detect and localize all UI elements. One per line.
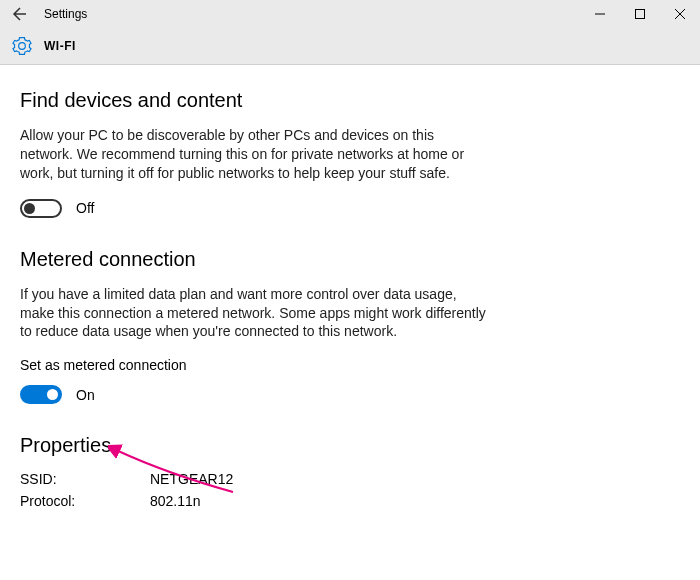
metered-toggle[interactable] xyxy=(20,385,62,404)
back-button[interactable] xyxy=(0,0,40,28)
property-key: SSID: xyxy=(20,471,150,487)
svg-rect-0 xyxy=(636,10,645,19)
metered-toggle-row: On xyxy=(20,385,680,404)
metered-toggle-label: On xyxy=(76,387,95,403)
property-value: NETGEAR12 xyxy=(150,471,680,487)
find-devices-toggle-label: Off xyxy=(76,200,94,216)
toggle-knob-icon xyxy=(47,389,58,400)
back-arrow-icon xyxy=(12,6,28,22)
headerbar: WI-FI xyxy=(0,28,700,64)
toggle-knob-icon xyxy=(24,203,35,214)
page-title: WI-FI xyxy=(44,39,76,53)
window-controls xyxy=(580,0,700,28)
property-row: SSID: NETGEAR12 xyxy=(20,471,680,487)
property-key: Protocol: xyxy=(20,493,150,509)
metered-desc: If you have a limited data plan and want… xyxy=(20,285,490,342)
window-title: Settings xyxy=(44,7,580,21)
titlebar: Settings xyxy=(0,0,700,28)
find-devices-heading: Find devices and content xyxy=(20,89,680,112)
section-find-devices: Find devices and content Allow your PC t… xyxy=(20,89,680,218)
find-devices-toggle[interactable] xyxy=(20,199,62,218)
minimize-button[interactable] xyxy=(580,0,620,28)
gear-icon xyxy=(12,36,32,56)
properties-heading: Properties xyxy=(20,434,680,457)
content: Find devices and content Allow your PC t… xyxy=(0,65,700,580)
metered-heading: Metered connection xyxy=(20,248,680,271)
property-value: 802.11n xyxy=(150,493,680,509)
find-devices-toggle-row: Off xyxy=(20,199,680,218)
section-properties: Properties SSID: NETGEAR12 Protocol: 802… xyxy=(20,434,680,509)
maximize-button[interactable] xyxy=(620,0,660,28)
minimize-icon xyxy=(595,9,605,19)
property-row: Protocol: 802.11n xyxy=(20,493,680,509)
metered-setting-label: Set as metered connection xyxy=(20,357,680,373)
section-metered: Metered connection If you have a limited… xyxy=(20,248,680,405)
close-button[interactable] xyxy=(660,0,700,28)
close-icon xyxy=(675,9,685,19)
maximize-icon xyxy=(635,9,645,19)
find-devices-desc: Allow your PC to be discoverable by othe… xyxy=(20,126,490,183)
